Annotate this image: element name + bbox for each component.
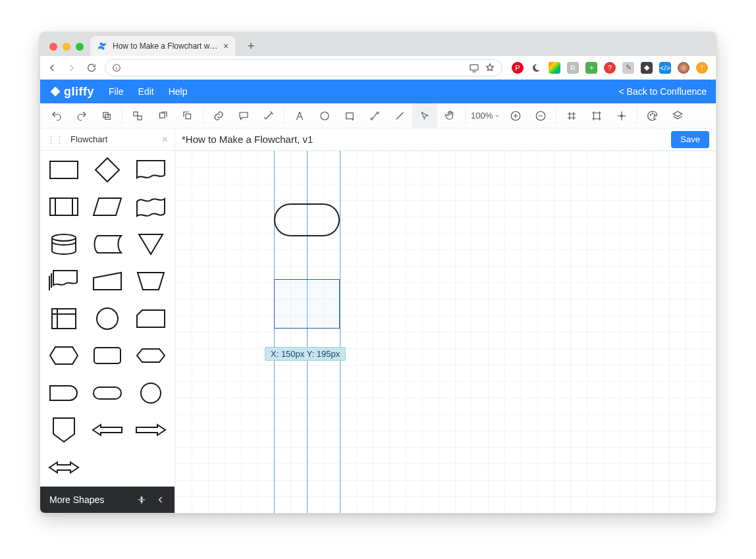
svg-point-13 [371, 118, 373, 120]
shape-connector[interactable] [92, 306, 123, 331]
canvas-shape-terminator[interactable] [274, 203, 340, 236]
undo-button[interactable] [44, 103, 69, 128]
extensions-row: P R ＋ ? ✎ ◆ </> ! [509, 62, 711, 74]
desktop-icon[interactable] [469, 63, 479, 72]
drag-grip-icon[interactable]: ⋮⋮ [47, 134, 64, 144]
group-button[interactable] [125, 103, 150, 128]
canvas-shape-process[interactable] [274, 279, 340, 329]
shape-card[interactable] [135, 306, 167, 331]
shape-document[interactable] [135, 157, 167, 182]
collapse-vertical-icon[interactable] [136, 494, 147, 505]
dark-mode-icon[interactable] [530, 62, 542, 74]
back-button[interactable] [45, 61, 59, 74]
chevron-left-icon[interactable] [156, 495, 165, 504]
grid-toggle-button[interactable] [559, 103, 584, 128]
send-back-button[interactable] [175, 103, 200, 128]
extension-icon-5[interactable]: ◆ [641, 62, 653, 74]
window-close-icon[interactable] [49, 43, 57, 51]
shape-arrow-left[interactable] [92, 417, 123, 442]
gliffy-logo[interactable]: gliffy [49, 85, 94, 99]
svg-rect-44 [94, 387, 121, 399]
more-shapes-bar[interactable]: More Shapes [40, 487, 175, 513]
pinterest-icon[interactable]: P [512, 62, 524, 74]
zoom-out-button[interactable] [528, 103, 553, 128]
window-zoom-icon[interactable] [76, 43, 84, 51]
ellipse-tool-button[interactable] [312, 103, 337, 128]
line-tool-button[interactable] [387, 103, 412, 128]
avatar-icon[interactable] [678, 62, 689, 74]
shape-arrow-right[interactable] [135, 417, 167, 442]
zoom-level[interactable]: 100% [468, 111, 503, 120]
canvas[interactable]: X: 150px Y: 195px [175, 151, 716, 513]
svg-rect-39 [52, 309, 76, 329]
connector-tool-button[interactable] [362, 103, 387, 128]
shape-stored-data[interactable] [92, 232, 123, 257]
document-title[interactable]: *How to Make a Flowchart, v1 [182, 134, 313, 145]
shape-predefined-process[interactable] [48, 194, 80, 219]
site-info-icon[interactable] [112, 63, 121, 72]
shape-alternate-process[interactable] [92, 343, 123, 368]
save-button[interactable]: Save [671, 131, 709, 148]
shape-data[interactable] [92, 194, 123, 219]
bring-front-button[interactable] [150, 103, 175, 128]
menu-file[interactable]: File [109, 86, 124, 97]
menu-help[interactable]: Help [169, 86, 188, 97]
shape-terminator[interactable] [92, 381, 123, 406]
snap-guides-button[interactable] [609, 103, 634, 128]
shape-manual-operation[interactable] [135, 269, 167, 294]
shape-arrow-double[interactable] [48, 455, 80, 480]
shape-preparation[interactable] [48, 343, 80, 368]
shape-or[interactable] [135, 381, 167, 406]
theme-button[interactable] [640, 103, 665, 128]
text-tool-button[interactable] [287, 103, 312, 128]
layers-panel-button[interactable] [665, 103, 690, 128]
shape-process[interactable] [48, 157, 80, 182]
alert-icon[interactable]: ! [696, 62, 708, 74]
address-bar: P R ＋ ? ✎ ◆ </> ! [40, 56, 716, 80]
extension-icon-4[interactable]: ✎ [622, 62, 634, 74]
layers-button[interactable] [94, 103, 119, 128]
shape-manual-input[interactable] [92, 269, 123, 294]
color-picker-icon[interactable] [549, 62, 560, 74]
shape-merge[interactable] [135, 232, 167, 257]
shape-internal-storage[interactable] [48, 306, 80, 331]
comment-button[interactable] [231, 103, 256, 128]
browser-tab[interactable]: How to Make a Flowchart with × [90, 36, 235, 56]
extension-icon-6[interactable]: </> [659, 62, 671, 74]
panel-close-icon[interactable]: × [162, 134, 168, 146]
shape-database[interactable] [48, 232, 80, 257]
window-minimize-icon[interactable] [63, 43, 70, 51]
shape-off-page-connector[interactable] [48, 417, 80, 442]
snap-grid-button[interactable] [584, 103, 609, 128]
rectangle-tool-button[interactable] [337, 103, 362, 128]
tab-close-icon[interactable]: × [223, 41, 229, 51]
new-tab-button[interactable]: + [242, 37, 260, 55]
pan-tool-button[interactable] [437, 103, 462, 128]
magic-wand-button[interactable] [256, 103, 281, 128]
shape-multi-document[interactable] [48, 269, 80, 294]
reload-button[interactable] [85, 61, 98, 74]
window-controls [44, 43, 90, 56]
zoom-in-button[interactable] [503, 103, 528, 128]
more-shapes-label: More Shapes [49, 494, 104, 505]
bookmark-star-icon[interactable] [485, 63, 495, 73]
extension-icon-2[interactable]: ＋ [585, 62, 597, 74]
pointer-tool-button[interactable] [412, 103, 437, 128]
url-input[interactable] [105, 59, 502, 76]
back-to-confluence-link[interactable]: < Back to Confluence [619, 86, 707, 97]
extension-icon-1[interactable]: R [567, 62, 579, 74]
confluence-icon [97, 41, 107, 51]
shape-decision[interactable] [92, 157, 123, 182]
shape-paper-tape[interactable] [135, 194, 167, 219]
tab-title: How to Make a Flowchart with [113, 41, 218, 51]
link-button[interactable] [206, 103, 231, 128]
extension-icon-3[interactable]: ? [604, 62, 616, 74]
redo-button[interactable] [69, 103, 94, 128]
forward-button[interactable] [65, 61, 78, 74]
shape-display[interactable] [135, 343, 167, 368]
menu-edit[interactable]: Edit [138, 86, 154, 97]
shape-delay[interactable] [48, 381, 80, 406]
svg-rect-12 [346, 113, 354, 119]
svg-rect-35 [50, 198, 78, 215]
zoom-label: 100% [471, 111, 493, 120]
